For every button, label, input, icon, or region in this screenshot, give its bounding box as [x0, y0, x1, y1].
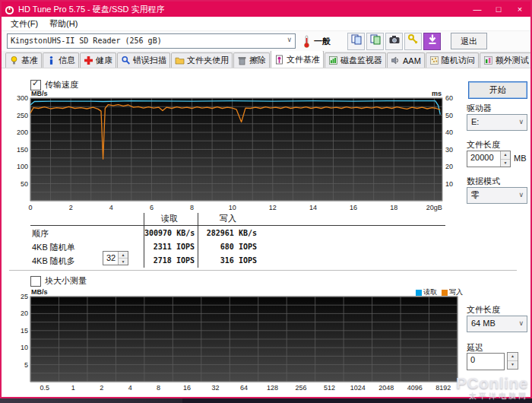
svg-text:250: 250 — [17, 112, 28, 119]
stepper-up-icon[interactable]: ▲ — [119, 252, 128, 258]
menu-file[interactable]: 文件(F) — [8, 18, 40, 30]
extra-tests-icon — [483, 56, 493, 65]
start-button[interactable]: 开始 — [468, 81, 527, 99]
tab-磁盘监视器[interactable]: 磁盘监视器 — [325, 52, 386, 68]
svg-text:300: 300 — [17, 94, 28, 102]
read-value: 2311 IOPS — [144, 243, 195, 251]
svg-text:20: 20 — [21, 309, 28, 317]
save-results-button[interactable] — [423, 33, 441, 50]
latency-input[interactable]: 0 — [467, 353, 505, 370]
tab-额外测试[interactable]: 额外测试 — [480, 52, 530, 68]
drive-letter-select[interactable]: E: ∨ — [467, 114, 527, 131]
svg-text:150: 150 — [17, 146, 28, 154]
title-bar: HD Tune Pro 5.75 - 硬盘/SSD 实用程序 — □ × — [2, 2, 530, 17]
svg-text:6: 6 — [150, 204, 154, 211]
latency-stepper[interactable]: ▲▼ — [507, 352, 518, 370]
toolbar-buttons — [347, 33, 441, 50]
stepper-down-icon[interactable]: ▼ — [508, 360, 518, 369]
svg-text:8: 8 — [190, 204, 194, 211]
svg-text:1024: 1024 — [350, 384, 366, 392]
tab-label: 文件夹使用 — [187, 55, 229, 66]
file-benchmark-icon — [274, 55, 284, 65]
tab-label: 信息 — [59, 55, 75, 66]
tab-AAM[interactable]: AAM — [387, 52, 425, 68]
close-button[interactable]: × — [509, 2, 530, 17]
drive-selector[interactable]: KingstonUHS-II SD Reader (256 gB) ∨ — [7, 33, 296, 49]
data-mode-select[interactable]: 零 ∨ — [467, 187, 527, 204]
svg-text:8192: 8192 — [435, 384, 451, 392]
latency-label: 延迟 — [467, 342, 483, 354]
file-length-value-bottom: 64 MB — [467, 316, 527, 330]
file-length-unit: MB — [514, 154, 527, 163]
tab-label: 错误扫描 — [133, 55, 166, 66]
svg-text:4: 4 — [128, 384, 132, 392]
tab-信息[interactable]: 信息 — [43, 52, 79, 68]
svg-text:5: 5 — [24, 361, 28, 369]
table-divider — [198, 213, 198, 268]
svg-text:10: 10 — [445, 180, 453, 188]
svg-text:ms: ms — [432, 90, 442, 97]
svg-text:40: 40 — [445, 129, 453, 136]
window-title: HD Tune Pro 5.75 - 硬盘/SSD 实用程序 — [18, 2, 165, 17]
file-length-label: 文件长度 — [467, 139, 500, 151]
tab-label: 随机访问 — [442, 55, 475, 66]
stepper-up-icon[interactable]: ▲ — [508, 353, 518, 360]
copy-text-button[interactable] — [347, 33, 365, 50]
screenshot-icon — [388, 33, 401, 49]
drive-letter-value: E: — [467, 115, 527, 129]
exit-button[interactable]: 退出 — [451, 33, 487, 49]
file-length-stepper[interactable]: 20000 ▲▼ — [467, 151, 511, 167]
queue-depth-stepper[interactable]: 32 ▲▼ — [103, 251, 128, 265]
stepper-buttons[interactable]: ▲▼ — [500, 151, 510, 167]
info-icon — [46, 56, 56, 65]
tab-擦除[interactable]: 擦除 — [233, 52, 270, 68]
svg-text:200: 200 — [17, 129, 28, 136]
svg-text:20: 20 — [445, 163, 453, 170]
svg-text:2048: 2048 — [378, 384, 394, 392]
stepper-up-icon[interactable]: ▲ — [501, 151, 510, 159]
copy-text-icon — [350, 33, 363, 49]
tab-label: 磁盘监视器 — [340, 55, 382, 66]
drive-label: 驱动器 — [467, 103, 492, 114]
maximize-button[interactable]: □ — [488, 2, 509, 17]
tab-文件夹使用[interactable]: 文件夹使用 — [171, 52, 233, 68]
stepper-down-icon[interactable]: ▼ — [501, 159, 510, 167]
minimize-button[interactable]: — — [467, 2, 488, 17]
svg-text:MB/s: MB/s — [31, 90, 48, 97]
copy-image-button[interactable] — [366, 33, 384, 50]
drive-selector-value: KingstonUHS-II SD Reader (256 gB) — [8, 34, 295, 48]
read-value: 300970 KB/s — [144, 229, 195, 237]
stepper-down-icon[interactable]: ▼ — [119, 258, 128, 265]
tab-基准[interactable]: 基准 — [5, 52, 42, 68]
read-column-header: 读取 — [144, 213, 195, 224]
svg-text:15: 15 — [21, 327, 28, 335]
latency-value: 0 — [467, 354, 504, 370]
svg-text:16: 16 — [350, 204, 357, 211]
table-header-divider — [30, 225, 445, 226]
tab-文件基准[interactable]: 文件基准 — [271, 51, 324, 68]
benchmark-icon — [9, 56, 19, 65]
error-scan-icon — [121, 56, 131, 65]
health-icon — [84, 56, 93, 65]
tab-健康[interactable]: 健康 — [80, 52, 116, 68]
svg-text:0: 0 — [28, 204, 32, 211]
toolbar: KingstonUHS-II SD Reader (256 gB) ∨ 一般 退… — [2, 31, 530, 51]
write-column-header: 写入 — [199, 213, 257, 224]
svg-text:30: 30 — [445, 146, 453, 154]
svg-text:4096: 4096 — [407, 384, 423, 392]
file-length-select-bottom[interactable]: 64 MB ∨ — [467, 316, 527, 332]
screenshot-button[interactable] — [385, 33, 403, 50]
transfer-speed-checkbox[interactable]: ✓ 传输速度 — [30, 79, 78, 90]
queue-depth-value: 32 — [103, 252, 118, 265]
stepper-buttons[interactable]: ▲▼ — [118, 252, 128, 265]
copy-image-icon — [369, 33, 382, 49]
file-length-value: 20000 — [467, 151, 500, 167]
tab-随机访问[interactable]: 随机访问 — [426, 52, 479, 68]
menu-help[interactable]: 帮助(H) — [47, 18, 80, 30]
app-icon — [5, 5, 14, 14]
tab-错误扫描[interactable]: 错误扫描 — [117, 52, 170, 68]
random-access-icon — [429, 56, 439, 65]
svg-text:512: 512 — [324, 384, 335, 392]
svg-text:18: 18 — [390, 204, 397, 211]
options-button[interactable] — [404, 33, 422, 50]
